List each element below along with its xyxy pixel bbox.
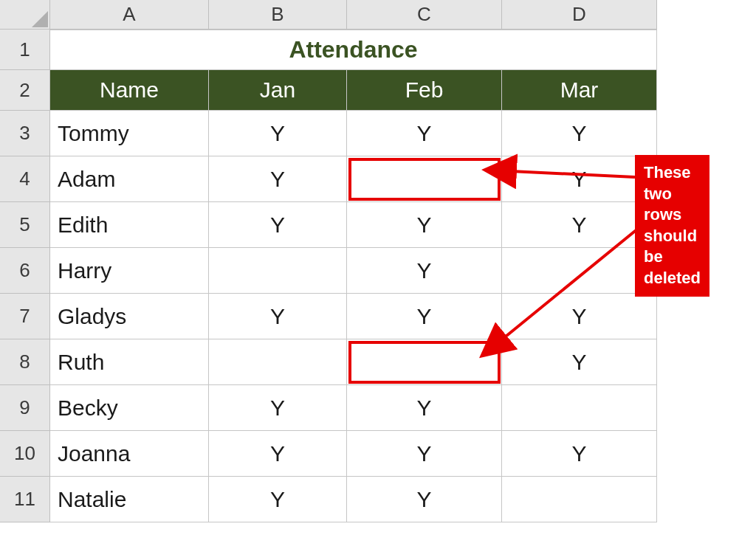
cell-C11[interactable]: Y [347,477,502,522]
cell-C3[interactable]: Y [347,111,502,156]
svg-marker-0 [32,11,48,27]
row-header-5[interactable]: 5 [0,202,50,248]
cell-A11[interactable]: Natalie [50,477,209,522]
cell-B7[interactable]: Y [209,294,347,339]
row-header-2[interactable]: 2 [0,70,50,111]
cell-D11[interactable] [502,477,657,522]
cell-D5[interactable]: Y [502,202,657,248]
cell-C6[interactable]: Y [347,248,502,294]
title-cell[interactable]: Attendance [50,30,657,70]
annotation-callout: These two rows should be deleted [635,155,709,297]
cell-B8[interactable] [209,339,347,385]
cell-D6[interactable] [502,248,657,294]
row-header-4[interactable]: 4 [0,156,50,202]
cell-D9[interactable] [502,385,657,431]
cell-A10[interactable]: Joanna [50,431,209,477]
row-header-3[interactable]: 3 [0,111,50,156]
cell-B11[interactable]: Y [209,477,347,522]
row-header-9[interactable]: 9 [0,385,50,431]
cell-A8[interactable]: Ruth [50,339,209,385]
cell-C9[interactable]: Y [347,385,502,431]
cell-A6[interactable]: Harry [50,248,209,294]
callout-line1: These two [644,162,701,204]
cell-B9[interactable]: Y [209,385,347,431]
cell-B5[interactable]: Y [209,202,347,248]
header-feb[interactable]: Feb [347,70,502,111]
cell-B10[interactable]: Y [209,431,347,477]
cell-C4[interactable] [347,156,502,202]
header-jan[interactable]: Jan [209,70,347,111]
cell-A4[interactable]: Adam [50,156,209,202]
cell-A9[interactable]: Becky [50,385,209,431]
header-name[interactable]: Name [50,70,209,111]
row-header-8[interactable]: 8 [0,339,50,385]
cell-C8[interactable] [347,339,502,385]
select-all-corner[interactable] [0,0,50,30]
cell-B4[interactable]: Y [209,156,347,202]
row-header-10[interactable]: 10 [0,431,50,477]
cell-C7[interactable]: Y [347,294,502,339]
cell-C5[interactable]: Y [347,202,502,248]
row-header-11[interactable]: 11 [0,477,50,522]
cell-C10[interactable]: Y [347,431,502,477]
cell-D7[interactable]: Y [502,294,657,339]
row-header-6[interactable]: 6 [0,248,50,294]
cell-D8[interactable]: Y [502,339,657,385]
header-mar[interactable]: Mar [502,70,657,111]
callout-line3: be deleted [644,246,701,289]
cell-A5[interactable]: Edith [50,202,209,248]
col-header-B[interactable]: B [209,0,347,30]
cell-D10[interactable]: Y [502,431,657,477]
col-header-C[interactable]: C [347,0,502,30]
col-header-A[interactable]: A [50,0,209,30]
cell-D3[interactable]: Y [502,111,657,156]
cell-B3[interactable]: Y [209,111,347,156]
callout-line2: rows should [644,204,701,246]
cell-A7[interactable]: Gladys [50,294,209,339]
row-header-7[interactable]: 7 [0,294,50,339]
row-header-1[interactable]: 1 [0,30,50,70]
cell-D4[interactable]: Y [502,156,657,202]
col-header-D[interactable]: D [502,0,657,30]
cell-B6[interactable] [209,248,347,294]
cell-A3[interactable]: Tommy [50,111,209,156]
select-all-triangle-icon [32,11,48,27]
